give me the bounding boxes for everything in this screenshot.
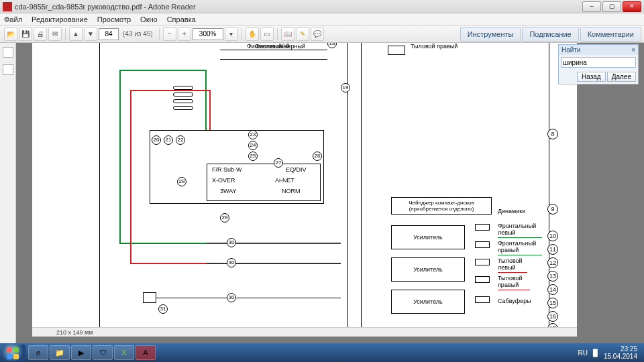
menu-edit[interactable]: Редактирование (32, 15, 88, 23)
taskbar-excel-icon[interactable]: X (114, 345, 134, 360)
cd-changer-label: Чейнджер компакт-дисков (приобретается о… (391, 197, 492, 215)
margin-callout: 10 (547, 231, 558, 241)
start-button[interactable] (3, 345, 25, 361)
find-input[interactable] (561, 57, 636, 68)
pdf-page: Фиолетовый/Черный Фиолетовый Тыловой пра… (32, 43, 577, 337)
comments-tab[interactable]: Комментарии (580, 27, 641, 42)
margin-callout: 12 (547, 257, 558, 268)
taskbar-media-icon[interactable]: ▶ (71, 345, 91, 360)
open-button[interactable]: 📂 (4, 27, 17, 41)
find-header: Найти × (559, 45, 638, 55)
save-button[interactable]: 💾 (19, 27, 32, 41)
find-next-button[interactable]: Далее (607, 72, 636, 82)
margin-callout: 11 (547, 244, 558, 255)
label-fr-subw: F/R Sub-W (212, 166, 242, 173)
label-rear-right2: Тыловой правый (498, 275, 523, 288)
label-subwoofers: Сабвуферы (498, 298, 531, 304)
tray-flag-icon[interactable]: ▉ (593, 349, 598, 357)
label-ainet: Ai-NET (275, 177, 294, 184)
close-button[interactable]: ✕ (623, 1, 641, 12)
callout-26: 26 (313, 152, 322, 161)
taskbar-explorer-icon[interactable]: 📁 (50, 345, 70, 360)
callout-25: 25 (248, 152, 258, 161)
callout-29: 29 (220, 213, 229, 223)
page-dimensions-label: 210 x 148 мм (32, 327, 577, 337)
read-mode-button[interactable]: 📖 (281, 27, 294, 41)
attachments-icon[interactable] (3, 64, 13, 75)
amp-2: Усилитель (391, 257, 465, 282)
taskbar-app-icon[interactable]: 🛡 (93, 345, 113, 360)
note-button[interactable]: 💬 (311, 27, 324, 41)
label-rear-right: Тыловой правый (411, 43, 458, 50)
label-front-left: Фронтальный левый (498, 223, 536, 236)
menu-help[interactable]: Справка (167, 15, 196, 23)
zoom-level-input[interactable]: 300% (193, 28, 223, 40)
speaker-mini-icon (475, 276, 490, 283)
callout-23: 23 (248, 130, 258, 139)
callout-27: 27 (274, 158, 283, 168)
taskbar: e 📁 ▶ 🛡 X A RU ▉ 23:25 15.04.2014 (0, 343, 644, 362)
callout-20: 20 (152, 135, 161, 145)
print-button[interactable]: 🖨 (34, 27, 47, 41)
margin-callout: 9 (547, 204, 558, 215)
label-rear-left: Тыловой левый (498, 257, 523, 271)
find-back-button[interactable]: Назад (577, 72, 606, 82)
app-icon (3, 2, 12, 11)
callout-30c: 30 (227, 293, 236, 302)
minimize-button[interactable]: – (582, 1, 601, 12)
speaker-mini-icon (475, 241, 490, 248)
speaker-mini-icon (475, 224, 490, 231)
page-total-label: (43 из 45) (123, 30, 153, 38)
tray-time[interactable]: 23:25 (621, 345, 637, 353)
right-callout-column: 8 9 10 11 12 13 14 15 16 17 (545, 43, 558, 337)
toolbar: 📂 💾 🖨 ✉ ▲ ▼ 84 (43 из 45) − + 300% ▾ ✋ ▭… (0, 25, 644, 43)
email-button[interactable]: ✉ (48, 27, 62, 41)
system-tray[interactable]: RU ▉ 23:25 15.04.2014 (578, 345, 641, 360)
window-title: cda-9855r_cda-9853r руководство.pdf - Ad… (15, 3, 582, 11)
label-xover: X-OVER (212, 177, 235, 184)
find-close-icon[interactable]: × (631, 46, 635, 54)
tray-lang[interactable]: RU (578, 349, 587, 357)
label-front-right: Фронтальный правый (498, 240, 536, 253)
window-buttons: – ▢ ✕ (582, 1, 641, 12)
page-viewport[interactable]: Найти × Назад Далее Фиолетовый/Черный (16, 43, 644, 343)
highlight-button[interactable]: ✎ (296, 27, 309, 41)
content-area: Найти × Назад Далее Фиолетовый/Черный (0, 43, 644, 343)
window-titlebar: cda-9855r_cda-9853r руководство.pdf - Ad… (0, 0, 644, 13)
callout-22: 22 (176, 135, 185, 145)
margin-callout: 8 (547, 129, 558, 139)
sign-tab[interactable]: Подписание (522, 27, 578, 42)
callout-30b: 30 (227, 258, 236, 267)
find-panel: Найти × Назад Далее (558, 44, 639, 84)
nav-pane (0, 43, 16, 343)
select-tool[interactable]: ▭ (260, 27, 274, 41)
menubar: Файл Редактирование Просмотр Окно Справк… (0, 13, 644, 25)
label-norm: NORM (282, 188, 301, 194)
taskbar-ie-icon[interactable]: e (28, 345, 48, 360)
zoom-in-button[interactable]: + (178, 27, 191, 41)
callout-28: 28 (177, 177, 186, 186)
taskbar-reader-icon[interactable]: A (136, 345, 156, 360)
menu-view[interactable]: Просмотр (97, 15, 131, 23)
margin-callout: 16 (547, 311, 558, 322)
callout-30a: 30 (227, 238, 236, 247)
menu-window[interactable]: Окно (140, 15, 158, 23)
page-down-button[interactable]: ▼ (84, 27, 97, 41)
amp-3: Усилитель (391, 290, 465, 314)
hand-tool[interactable]: ✋ (246, 27, 259, 41)
maximize-button[interactable]: ▢ (602, 1, 621, 12)
zoom-dropdown[interactable]: ▾ (225, 27, 238, 41)
zoom-out-button[interactable]: − (163, 27, 176, 41)
tray-date[interactable]: 15.04.2014 (604, 353, 637, 360)
ground-block (143, 292, 156, 303)
speaker-mini-icon (475, 259, 490, 265)
page-number-input[interactable]: 84 (99, 28, 119, 40)
thumbnails-icon[interactable] (3, 47, 13, 58)
page-up-button[interactable]: ▲ (69, 27, 83, 41)
tools-tab[interactable]: Инструменты (460, 27, 521, 42)
callout-24: 24 (248, 141, 258, 150)
speaker-icon (388, 46, 405, 55)
menu-file[interactable]: Файл (4, 15, 22, 23)
margin-callout: 14 (547, 284, 558, 295)
speaker-mini-icon (475, 296, 490, 303)
